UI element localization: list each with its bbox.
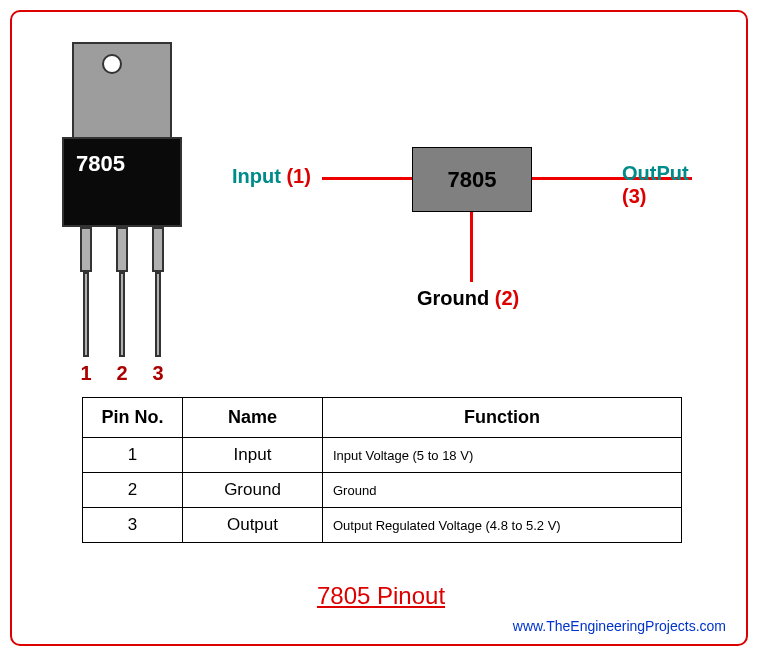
schematic-symbol: 7805 Input (1) OutPut (3) Ground (2)	[242, 122, 712, 322]
th-function: Function	[323, 398, 682, 438]
cell-name: Output	[183, 508, 323, 543]
pin-number-3: 3	[148, 362, 168, 385]
diagram-title: 7805 Pinout	[12, 582, 750, 610]
watermark-text: www.TheEngineeringProjects.com	[513, 618, 726, 634]
th-pin-no: Pin No.	[83, 398, 183, 438]
cell-name: Ground	[183, 473, 323, 508]
cell-name: Input	[183, 438, 323, 473]
package-body: 7805	[62, 137, 182, 227]
label-ground: Ground (2)	[417, 287, 519, 310]
th-name: Name	[183, 398, 323, 438]
diagram-frame: 7805 1 2 3 7805 Input (1) OutPut (3) Gro…	[10, 10, 748, 646]
package-tab	[72, 42, 172, 142]
chip-marking: 7805	[64, 139, 180, 177]
cell-pin-no: 2	[83, 473, 183, 508]
pin-number-1: 1	[76, 362, 96, 385]
schematic-box-label: 7805	[448, 167, 497, 193]
cell-pin-no: 1	[83, 438, 183, 473]
table-row: 2 Ground Ground	[83, 473, 682, 508]
table-row: 3 Output Output Regulated Voltage (4.8 t…	[83, 508, 682, 543]
cell-pin-no: 3	[83, 508, 183, 543]
wire-ground	[470, 212, 473, 282]
cell-function: Output Regulated Voltage (4.8 to 5.2 V)	[323, 508, 682, 543]
pin-number-2: 2	[112, 362, 132, 385]
package-pin-3	[152, 227, 164, 357]
cell-function: Input Voltage (5 to 18 V)	[323, 438, 682, 473]
table-header-row: Pin No. Name Function	[83, 398, 682, 438]
package-pin-1	[80, 227, 92, 357]
schematic-box: 7805	[412, 147, 532, 212]
table-row: 1 Input Input Voltage (5 to 18 V)	[83, 438, 682, 473]
wire-input	[322, 177, 412, 180]
label-input: Input (1)	[232, 165, 311, 188]
package-pin-2	[116, 227, 128, 357]
label-output: OutPut (3)	[622, 162, 712, 208]
package-to220: 7805 1 2 3	[62, 42, 182, 342]
package-mount-hole	[102, 54, 122, 74]
pin-table: Pin No. Name Function 1 Input Input Volt…	[82, 397, 682, 543]
cell-function: Ground	[323, 473, 682, 508]
